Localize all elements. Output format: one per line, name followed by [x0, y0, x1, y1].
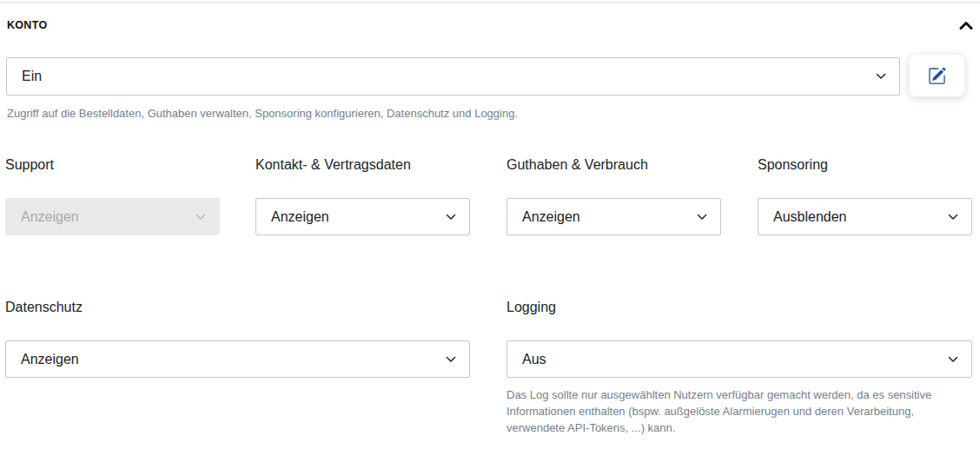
chevron-up-icon	[959, 20, 973, 31]
guthaben-verbrauch-select-value: Anzeigen	[522, 209, 580, 225]
field-logging: Logging Aus Das Log sollte nur ausgewähl…	[507, 299, 972, 436]
chevron-down-icon	[876, 73, 886, 80]
datenschutz-select[interactable]: Anzeigen	[5, 340, 470, 378]
collapse-section-button[interactable]	[958, 18, 974, 32]
konto-access-select-value: Ein	[22, 69, 42, 84]
field-kontakt-vertragsdaten: Kontakt- & Vertragsdaten Anzeigen	[255, 156, 470, 235]
datenschutz-select-value: Anzeigen	[21, 352, 79, 367]
support-select-value: Anzeigen	[21, 209, 79, 225]
logging-helper-text: Das Log sollte nur ausgewählten Nutzern …	[507, 386, 973, 436]
field-label-support: Support	[5, 156, 220, 173]
logging-select-value: Aus	[522, 352, 546, 367]
field-label-guthaben-verbrauch: Guthaben & Verbrauch	[507, 156, 721, 173]
logging-select[interactable]: Aus	[507, 340, 972, 378]
sponsoring-select-value: Ausblenden	[773, 209, 847, 225]
edit-pencil-square-icon	[928, 67, 946, 85]
chevron-down-icon	[195, 214, 206, 221]
field-datenschutz: Datenschutz Anzeigen	[5, 299, 470, 378]
field-label-logging: Logging	[507, 299, 972, 315]
chevron-down-icon	[948, 214, 958, 221]
sponsoring-select[interactable]: Ausblenden	[758, 198, 972, 235]
edit-button[interactable]	[909, 54, 965, 97]
section-header: KONTO	[7, 17, 974, 33]
konto-access-select[interactable]: Ein	[6, 57, 900, 96]
kontakt-vertragsdaten-select-value: Anzeigen	[271, 209, 329, 225]
section-title: KONTO	[7, 19, 47, 31]
field-label-kontakt-vertragsdaten: Kontakt- & Vertragsdaten	[255, 156, 470, 173]
chevron-down-icon	[948, 356, 958, 363]
field-sponsoring: Sponsoring Ausblenden	[758, 156, 972, 235]
section-top-divider	[0, 2, 980, 3]
field-label-datenschutz: Datenschutz	[5, 299, 470, 315]
field-guthaben-verbrauch: Guthaben & Verbrauch Anzeigen	[507, 156, 721, 235]
kontakt-vertragsdaten-select[interactable]: Anzeigen	[255, 198, 470, 235]
chevron-down-icon	[446, 356, 456, 363]
field-support: Support Anzeigen	[5, 156, 220, 235]
support-select: Anzeigen	[5, 198, 220, 235]
konto-helper-text: Zugriff auf die Bestelldaten, Guthaben v…	[7, 105, 963, 122]
chevron-down-icon	[697, 214, 707, 221]
chevron-down-icon	[446, 214, 456, 221]
field-label-sponsoring: Sponsoring	[758, 156, 972, 173]
guthaben-verbrauch-select[interactable]: Anzeigen	[507, 198, 721, 235]
